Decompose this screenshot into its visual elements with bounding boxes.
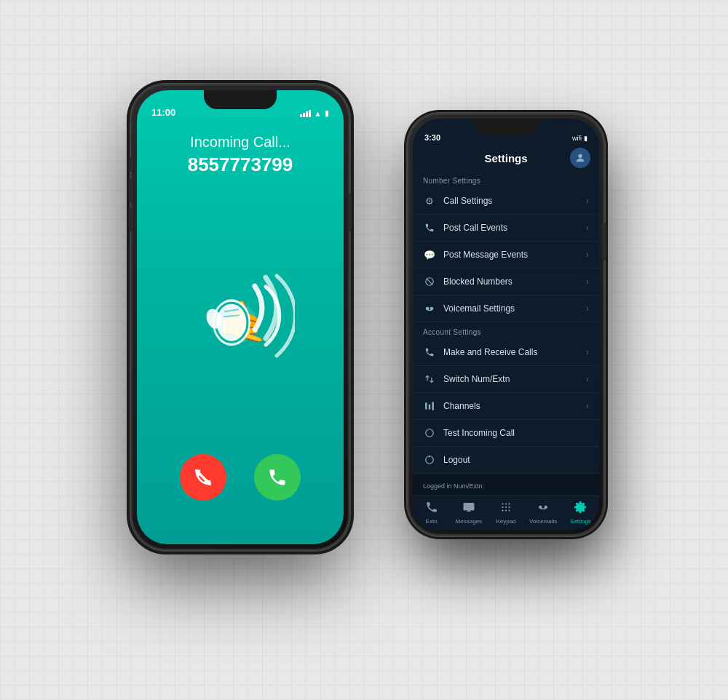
tab-keypad-label: Keypad bbox=[496, 518, 515, 525]
right-status-icons: wifi ▮ bbox=[572, 135, 587, 142]
caller-number: 8557773799 bbox=[137, 154, 344, 176]
svg-rect-16 bbox=[432, 402, 434, 410]
tab-keypad[interactable]: Keypad bbox=[487, 501, 524, 525]
svg-point-25 bbox=[505, 506, 507, 508]
profile-icon[interactable] bbox=[570, 148, 590, 168]
channels-item[interactable]: Channels › bbox=[413, 393, 599, 420]
logged-in-bar: Logged in Num/Extn: bbox=[413, 473, 599, 496]
blocked-chevron: › bbox=[586, 277, 589, 287]
volume-down-button[interactable] bbox=[129, 208, 132, 231]
svg-point-8 bbox=[578, 154, 582, 158]
make-receive-calls-item[interactable]: Make and Receive Calls › bbox=[413, 339, 599, 366]
incoming-label: Incoming Call... bbox=[137, 134, 344, 151]
channels-label: Channels bbox=[443, 401, 586, 411]
svg-point-29 bbox=[508, 509, 510, 511]
tab-settings-label: Settings bbox=[570, 518, 591, 525]
right-time: 3:30 bbox=[424, 133, 440, 142]
tab-messages-label: Messages bbox=[456, 518, 482, 525]
call-settings-label: Call Settings bbox=[443, 196, 586, 206]
settings-tab-icon bbox=[574, 501, 587, 517]
voicemails-tab-icon bbox=[537, 501, 550, 517]
test-call-icon bbox=[423, 426, 436, 440]
tab-messages[interactable]: Messages bbox=[450, 501, 487, 525]
voicemail-icon bbox=[423, 302, 436, 315]
tab-bar: Extn Messages bbox=[413, 496, 599, 530]
logout-item[interactable]: Logout bbox=[413, 447, 599, 473]
call-settings-item[interactable]: ⚙ Call Settings › bbox=[413, 188, 599, 215]
post-call-chevron: › bbox=[586, 223, 589, 233]
test-incoming-call-item[interactable]: Test Incoming Call bbox=[413, 420, 599, 447]
wifi-icon: ▲ bbox=[314, 109, 322, 118]
svg-point-27 bbox=[502, 509, 503, 511]
channels-icon bbox=[423, 399, 436, 413]
power-button-left[interactable] bbox=[349, 194, 352, 231]
accept-button[interactable] bbox=[254, 454, 301, 501]
svg-rect-20 bbox=[463, 503, 474, 511]
tab-settings[interactable]: Settings bbox=[562, 501, 599, 525]
switch-num-icon bbox=[423, 373, 436, 386]
svg-point-21 bbox=[502, 503, 503, 504]
signal-icon bbox=[300, 110, 311, 117]
svg-point-12 bbox=[430, 307, 434, 311]
tab-voicemails[interactable]: Voicemails bbox=[525, 501, 562, 525]
blocked-numbers-item[interactable]: Blocked Numbers › bbox=[413, 269, 599, 295]
wifi-icon-right: wifi bbox=[572, 135, 582, 142]
right-phone: 3:30 wifi ▮ Settings bbox=[408, 114, 604, 536]
channels-chevron: › bbox=[586, 401, 589, 411]
post-message-icon: 💬 bbox=[423, 248, 436, 261]
incoming-call-info: Incoming Call... 8557773799 bbox=[137, 134, 344, 176]
switch-num-chevron: › bbox=[586, 374, 589, 384]
svg-point-24 bbox=[502, 506, 503, 508]
call-settings-chevron: › bbox=[586, 196, 589, 206]
left-status-icons: ▲ ▮ bbox=[300, 108, 329, 118]
call-settings-icon: ⚙ bbox=[423, 194, 436, 207]
svg-point-26 bbox=[508, 506, 510, 508]
app-logo bbox=[182, 250, 298, 366]
svg-point-22 bbox=[505, 503, 507, 504]
test-incoming-call-label: Test Incoming Call bbox=[443, 428, 589, 438]
settings-title: Settings bbox=[484, 152, 527, 164]
post-message-chevron: › bbox=[586, 250, 589, 260]
right-notch bbox=[473, 119, 539, 135]
blocked-icon bbox=[423, 275, 436, 288]
left-phone: 11:00 ▲ ▮ Incoming Call... 8557773799 bbox=[131, 84, 349, 550]
power-button-right[interactable] bbox=[604, 223, 606, 260]
post-message-label: Post Message Events bbox=[443, 250, 586, 260]
extn-icon bbox=[425, 501, 438, 517]
battery-icon-right: ▮ bbox=[584, 135, 587, 142]
voicemail-settings-item[interactable]: Voicemail Settings › bbox=[413, 295, 599, 322]
svg-rect-15 bbox=[429, 405, 430, 410]
tab-extn[interactable]: Extn bbox=[413, 501, 450, 525]
decline-button[interactable] bbox=[180, 454, 226, 501]
tab-voicemails-label: Voicemails bbox=[529, 518, 557, 525]
post-call-icon bbox=[423, 221, 436, 234]
switch-num-label: Switch Num/Extn bbox=[443, 374, 586, 384]
settings-header: Settings bbox=[413, 145, 599, 171]
volume-up-button[interactable] bbox=[129, 179, 132, 202]
messages-icon bbox=[462, 501, 475, 517]
logged-in-text: Logged in Num/Extn: bbox=[423, 482, 484, 490]
keypad-icon bbox=[499, 501, 513, 517]
logout-label: Logout bbox=[443, 455, 589, 465]
post-call-events-item[interactable]: Post Call Events › bbox=[413, 215, 599, 242]
logout-icon bbox=[423, 453, 436, 466]
number-settings-label: Number Settings bbox=[413, 171, 599, 188]
voicemail-label: Voicemail Settings bbox=[443, 303, 586, 314]
account-settings-label: Account Settings bbox=[413, 322, 599, 339]
left-notch bbox=[204, 90, 277, 109]
make-receive-icon bbox=[423, 346, 436, 359]
make-receive-chevron: › bbox=[586, 347, 589, 357]
post-call-label: Post Call Events bbox=[443, 223, 586, 233]
svg-point-17 bbox=[426, 429, 434, 437]
svg-line-10 bbox=[427, 279, 432, 285]
tab-extn-label: Extn bbox=[426, 518, 438, 525]
phones-container: 11:00 ▲ ▮ Incoming Call... 8557773799 bbox=[109, 41, 619, 659]
post-message-events-item[interactable]: 💬 Post Message Events › bbox=[413, 242, 599, 269]
left-phone-screen: 11:00 ▲ ▮ Incoming Call... 8557773799 bbox=[137, 90, 344, 544]
switch-num-item[interactable]: Switch Num/Extn › bbox=[413, 366, 599, 393]
svg-point-11 bbox=[426, 307, 430, 311]
svg-rect-14 bbox=[425, 402, 427, 409]
left-time: 11:00 bbox=[151, 107, 175, 118]
settings-content: Number Settings ⚙ Call Settings › Post C… bbox=[413, 171, 599, 473]
silence-button[interactable] bbox=[129, 157, 132, 172]
